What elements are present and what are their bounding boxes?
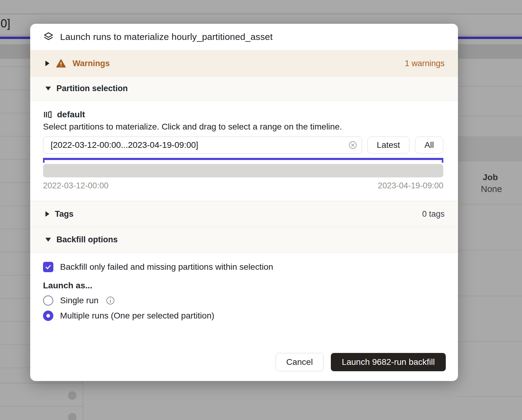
background-row-separator [458, 204, 522, 205]
partition-range-input[interactable] [43, 137, 362, 154]
partition-help-text: Select partitions to materialize. Click … [43, 122, 443, 132]
background-row-separator [0, 383, 83, 383]
chevron-right-icon [45, 61, 49, 66]
dialog-header: Launch runs to materialize hourly_partit… [30, 24, 458, 50]
warnings-count: 1 warnings [405, 59, 445, 68]
timeline-end-date: 2023-04-19-09:00 [378, 181, 443, 190]
tags-section-toggle[interactable]: Tags 0 tags [30, 201, 458, 227]
background-row-separator [458, 296, 522, 296]
background-row-separator [0, 252, 30, 252]
backfill-only-failed-row: Backfill only failed and missing partiti… [43, 262, 443, 272]
info-icon[interactable] [106, 296, 115, 305]
backfill-only-failed-label: Backfill only failed and missing partiti… [60, 262, 273, 272]
background-row-separator [0, 229, 30, 229]
partition-selection-section-toggle[interactable]: Partition selection [30, 77, 458, 101]
background-status-dot [68, 391, 77, 400]
partition-dimension-name: default [57, 110, 85, 119]
multiple-runs-radio[interactable] [43, 311, 53, 321]
background-row-separator [0, 113, 30, 113]
launch-backfill-button[interactable]: Launch 9682-run backfill [331, 353, 446, 371]
materialize-layers-icon [43, 31, 54, 42]
background-row-separator [0, 205, 30, 206]
background-job-column-value: None [481, 184, 502, 194]
warning-triangle-icon [56, 59, 66, 68]
background-row-separator [0, 344, 30, 345]
background-row-separator [0, 159, 30, 160]
background-row-separator [0, 182, 30, 183]
partition-dimension-icon [43, 110, 52, 119]
partition-controls-row: Latest All [43, 137, 443, 154]
chevron-down-icon [45, 238, 51, 242]
background-row-separator [0, 298, 30, 299]
multiple-runs-label: Multiple runs (One per selected partitio… [60, 311, 214, 321]
background-row-separator [0, 321, 30, 322]
background-row-separator [458, 161, 522, 161]
backfill-options-section-toggle[interactable]: Backfill options [30, 227, 458, 253]
partition-selection-body: default Select partitions to materialize… [30, 101, 458, 201]
background-status-dot [68, 413, 77, 420]
backfill-options-body: Backfill only failed and missing partiti… [30, 253, 458, 321]
timeline-date-labels: 2022-03-12-00:00 2023-04-19-09:00 [43, 181, 443, 190]
warnings-label: Warnings [73, 59, 110, 68]
partition-range-input-wrap [43, 137, 362, 154]
single-run-option-row: Single run [43, 295, 443, 306]
background-row-band [458, 136, 522, 161]
background-divider [0, 14, 522, 14]
launch-backfill-dialog: Launch runs to materialize hourly_partit… [30, 24, 458, 381]
single-run-label: Single run [60, 296, 98, 305]
background-row-separator [458, 116, 522, 116]
timeline-start-date: 2022-03-12-00:00 [43, 181, 109, 190]
latest-button[interactable]: Latest [367, 137, 409, 154]
warnings-section-toggle[interactable]: Warnings 1 warnings [30, 50, 458, 77]
chevron-down-icon [45, 87, 51, 91]
background-row-separator [0, 66, 30, 67]
background-column-divider [83, 381, 83, 420]
dialog-title: Launch runs to materialize hourly_partit… [60, 32, 273, 42]
background-row-separator [0, 406, 83, 406]
background-row-separator [458, 341, 522, 342]
tags-count: 0 tags [422, 209, 445, 219]
background-row-separator [0, 136, 30, 137]
all-button[interactable]: All [415, 137, 443, 154]
background-row-separator [0, 368, 30, 368]
launch-as-label: Launch as... [43, 281, 443, 290]
background-row-separator [0, 90, 30, 90]
partition-timeline[interactable] [43, 164, 443, 177]
backfill-options-label: Backfill options [56, 235, 118, 244]
background-row-separator [458, 250, 522, 251]
background-job-column-header: Job [483, 173, 498, 182]
multiple-runs-option-row: Multiple runs (One per selected partitio… [43, 311, 443, 321]
cancel-button[interactable]: Cancel [276, 353, 324, 371]
background-row-separator [0, 275, 30, 276]
single-run-radio[interactable] [43, 295, 53, 306]
partition-dimension-row: default [43, 110, 443, 119]
background-row-separator [458, 86, 522, 87]
background-partial-input-text: 0] [1, 17, 10, 30]
dialog-footer: Cancel Launch 9682-run backfill [30, 353, 458, 381]
chevron-right-icon [45, 211, 49, 217]
partition-selection-range-bar[interactable] [43, 158, 443, 160]
tags-label: Tags [55, 209, 73, 219]
clear-selection-icon[interactable] [349, 141, 357, 149]
partition-selection-label: Partition selection [56, 84, 128, 93]
backfill-only-failed-checkbox[interactable] [43, 262, 53, 272]
background-row-separator [458, 396, 522, 397]
